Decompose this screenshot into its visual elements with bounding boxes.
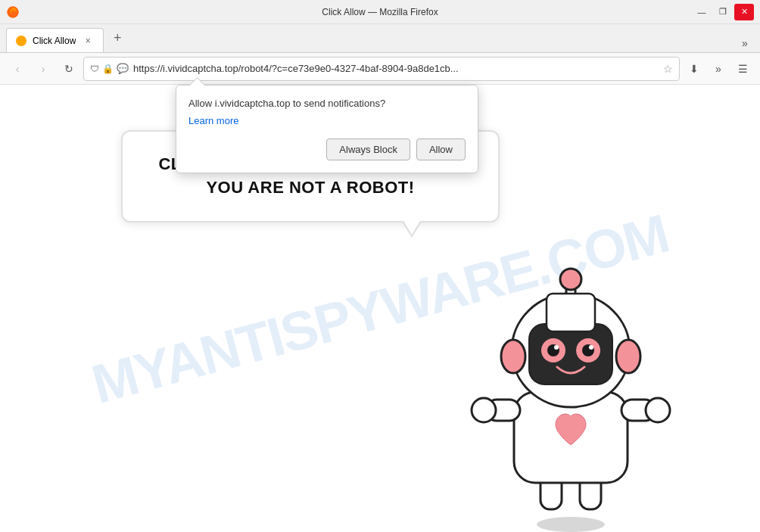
tab-close-button[interactable]: ×	[82, 35, 94, 47]
notification-popup: Allow i.vividcaptcha.top to send notific…	[176, 85, 478, 173]
address-input[interactable]	[133, 63, 659, 74]
notification-buttons: Always Block Allow	[188, 138, 466, 160]
svg-point-8	[646, 398, 670, 422]
svg-rect-22	[547, 294, 595, 331]
new-tab-button[interactable]: +	[107, 28, 128, 49]
robot-illustration	[427, 244, 715, 532]
menu-button[interactable]: ☰	[731, 58, 754, 80]
refresh-icon: ↻	[64, 63, 73, 75]
svg-point-20	[554, 345, 559, 350]
tab-favicon-icon	[16, 36, 26, 46]
minimize-button[interactable]: —	[692, 4, 712, 20]
notification-permissions-icon: 💬	[117, 63, 129, 74]
refresh-button[interactable]: ↻	[58, 58, 80, 80]
title-bar: Click Allow — Mozilla Firefox — ❐ ✕	[0, 0, 760, 24]
browser-tab[interactable]: Click Allow ×	[6, 28, 104, 52]
back-icon: ‹	[16, 63, 20, 75]
tab-title: Click Allow	[33, 36, 76, 46]
forward-icon: ›	[42, 63, 45, 75]
svg-point-14	[560, 269, 581, 290]
title-bar-left	[6, 5, 20, 19]
nav-right-icons: ⬇ » ☰	[683, 58, 754, 80]
svg-point-1	[537, 517, 605, 532]
title-bar-controls: — ❐ ✕	[692, 4, 754, 20]
overflow-button[interactable]: »	[707, 58, 730, 80]
robot-svg	[427, 244, 715, 532]
restore-button[interactable]: ❐	[713, 4, 733, 20]
back-button[interactable]: ‹	[6, 58, 29, 80]
security-icons: 🛡 🔒 💬	[90, 63, 129, 74]
svg-point-6	[472, 398, 496, 422]
lock-icon: 🔒	[102, 64, 114, 74]
pocket-icon: ⬇	[690, 63, 699, 75]
shield-icon: 🛡	[90, 64, 99, 74]
close-button[interactable]: ✕	[734, 4, 754, 20]
learn-more-link[interactable]: Learn more	[188, 115, 466, 126]
svg-rect-15	[529, 324, 612, 384]
bookmark-icon[interactable]: ☆	[663, 63, 673, 75]
svg-point-11	[501, 340, 525, 373]
tab-bar-right: »	[736, 34, 754, 52]
address-bar-container: 🛡 🔒 💬 ☆	[83, 57, 680, 81]
svg-point-12	[616, 340, 640, 373]
pocket-button[interactable]: ⬇	[683, 58, 705, 80]
forward-button[interactable]: ›	[32, 58, 55, 80]
title-bar-title: Click Allow — Mozilla Firefox	[322, 7, 438, 17]
firefox-logo-icon	[6, 5, 20, 19]
overflow-icon: »	[715, 63, 721, 75]
hamburger-icon: ☰	[738, 63, 748, 75]
nav-bar: ‹ › ↻ 🛡 🔒 💬 ☆ ⬇ » ☰	[0, 53, 760, 85]
allow-button[interactable]: Allow	[416, 138, 466, 160]
tab-overflow-button[interactable]: »	[736, 34, 754, 52]
notification-title: Allow i.vividcaptcha.top to send notific…	[188, 98, 466, 109]
svg-point-21	[589, 345, 593, 350]
tab-bar: Click Allow × + »	[0, 24, 760, 53]
always-block-button[interactable]: Always Block	[326, 138, 410, 160]
